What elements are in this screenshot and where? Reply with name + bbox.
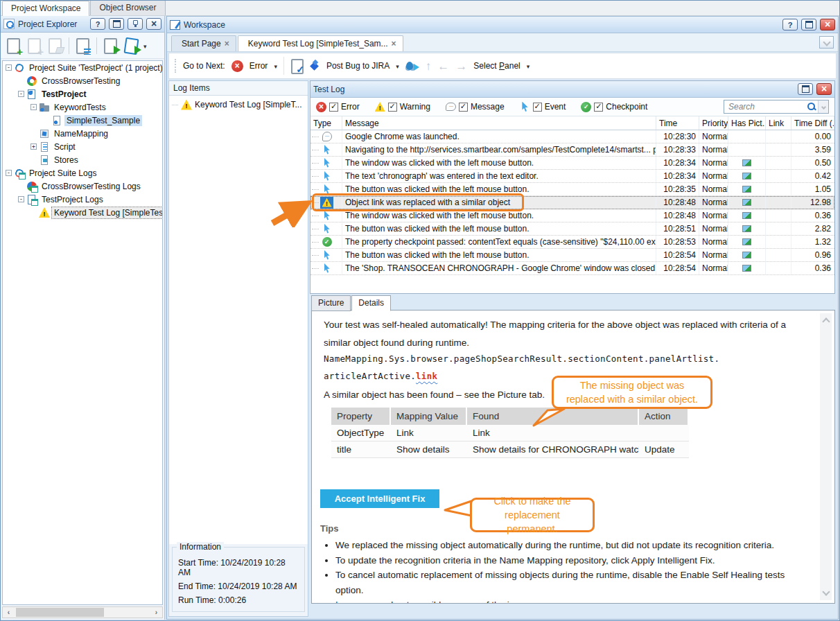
test-log-panel: Test Log Error — [310, 80, 835, 294]
tree-horizontal-scrollbar[interactable]: ‹ › — [2, 606, 163, 618]
toolbar-grip[interactable] — [175, 59, 176, 73]
add-new-item-button[interactable] — [5, 37, 22, 55]
log-row[interactable]: The button was clicked with the left mou… — [310, 222, 834, 236]
log-row[interactable]: The button was clicked with the left mou… — [310, 183, 834, 196]
log-row[interactable]: Navigating to the http://services.smartb… — [310, 143, 834, 157]
tab-close-icon[interactable] — [392, 39, 396, 49]
document-tab[interactable]: Object Browser — [90, 0, 165, 15]
help-button[interactable] — [90, 18, 105, 30]
nav-up-button[interactable]: ↑ — [426, 60, 432, 72]
open-item-button[interactable] — [46, 37, 64, 55]
run-project-button[interactable] — [102, 37, 119, 55]
run-options-caret[interactable] — [143, 41, 147, 51]
action-cell[interactable] — [639, 425, 689, 441]
log-column-header[interactable]: Time — [656, 116, 699, 130]
scroll-right-icon[interactable]: › — [150, 607, 162, 618]
tree-item[interactable]: - TestProject Logs — [3, 193, 162, 206]
scroll-left-icon[interactable]: ‹ — [3, 607, 15, 618]
restore-button[interactable] — [109, 18, 124, 30]
workspace-tab[interactable]: Keyword Test Log [SimpleTest_Sam... — [238, 35, 403, 51]
filter-toggle[interactable]: Checkpoint — [581, 102, 647, 112]
create-issue-icon[interactable] — [290, 59, 303, 73]
restore-button[interactable] — [798, 83, 813, 95]
go-to-next-error-dropdown[interactable]: Error — [250, 61, 268, 71]
tree-item[interactable]: - Project Suite Logs — [3, 166, 162, 180]
restore-button[interactable] — [801, 19, 816, 30]
close-button[interactable] — [146, 18, 161, 30]
dropdown-caret[interactable] — [274, 61, 277, 71]
action-cell[interactable]: Update — [639, 441, 689, 457]
tree-item[interactable]: NameMapping — [3, 127, 162, 140]
filter-toggle[interactable]: Error — [316, 102, 360, 112]
tree-item[interactable]: Stores — [3, 153, 162, 166]
report-bug-icon[interactable] — [405, 60, 419, 71]
log-row[interactable]: The property checkpoint passed: contentT… — [310, 236, 834, 249]
tab-close-icon[interactable] — [225, 39, 229, 49]
close-button[interactable] — [816, 83, 832, 95]
log-column-header[interactable]: Link — [766, 116, 791, 130]
filter-checkbox[interactable] — [459, 103, 468, 112]
tree-expander[interactable]: - — [6, 64, 12, 71]
run-project-suite-button[interactable] — [123, 37, 140, 55]
filter-checkbox[interactable] — [329, 103, 338, 112]
log-column-header[interactable]: Message — [342, 116, 656, 130]
search-input[interactable] — [728, 102, 807, 112]
tree-item[interactable]: - Project Suite 'TestProject' (1 project… — [3, 61, 162, 74]
nav-back-button[interactable]: ← — [437, 60, 449, 72]
dropdown-caret[interactable] — [396, 61, 399, 71]
tree-item[interactable]: + Script — [3, 140, 162, 153]
filter-toggle[interactable]: Warning — [375, 102, 430, 112]
filter-toggle[interactable]: Message — [446, 102, 505, 112]
log-column-header[interactable]: Has Pict... — [728, 116, 766, 130]
log-row[interactable]: The window was clicked with the left mou… — [310, 209, 834, 222]
search-options-caret[interactable] — [818, 100, 828, 113]
filter-toggle[interactable]: Event — [520, 102, 566, 112]
help-button[interactable] — [782, 19, 798, 30]
tree-expander[interactable]: - — [18, 196, 24, 202]
tree-expander[interactable]: - — [30, 104, 37, 110]
log-row[interactable]: The 'Shop. TRANSOCEAN CHRONOGRAPH - Goog… — [310, 262, 834, 275]
filter-checkbox[interactable] — [594, 103, 603, 112]
log-column-header[interactable]: Time Diff (... — [791, 116, 834, 130]
add-existing-item-button[interactable] — [26, 37, 43, 55]
details-scrollbar[interactable] — [820, 313, 832, 600]
organize-items-button[interactable] — [74, 37, 91, 55]
post-bug-to-jira-dropdown[interactable]: Post Bug to JIRA — [326, 61, 390, 71]
tree-item[interactable]: SimpleTest_Sample — [3, 114, 162, 127]
tree-item[interactable]: Keyword Test Log [SimpleTest_S — [3, 206, 162, 219]
detail-tab[interactable]: Details — [351, 295, 391, 311]
nav-forward-button[interactable]: → — [455, 60, 467, 72]
log-row[interactable]: The window was clicked with the left mou… — [310, 157, 834, 170]
mapping-link[interactable]: link — [416, 371, 437, 381]
log-row[interactable]: Google Chrome was launched. 10:28:30 Nor… — [310, 130, 834, 143]
close-button[interactable] — [820, 19, 835, 30]
log-row[interactable]: Object link was replaced with a similar … — [310, 196, 834, 209]
scroll-up-icon[interactable] — [822, 317, 830, 325]
document-tab[interactable]: Project Workspace — [2, 1, 89, 16]
filter-checkbox[interactable] — [533, 103, 542, 112]
select-panel-dropdown[interactable]: Select Panel — [473, 61, 520, 71]
workspace-tab[interactable]: Start Page — [171, 35, 236, 51]
tree-item[interactable]: - KeywordTests — [3, 100, 162, 114]
scroll-down-icon[interactable] — [822, 588, 830, 595]
tree-expander[interactable]: - — [18, 91, 24, 97]
log-column-header[interactable]: Priority — [699, 116, 728, 130]
learn-more-link[interactable]: Learn more — [335, 600, 383, 604]
tree-item[interactable]: CrossBrowserTesting Logs — [3, 180, 162, 193]
scrollbar-thumb[interactable] — [16, 608, 104, 617]
log-row[interactable]: The button was clicked with the left mou… — [310, 249, 834, 262]
log-item[interactable]: Keyword Test Log [SimpleT... — [169, 98, 308, 111]
detail-tab[interactable]: Picture — [311, 295, 351, 311]
log-row[interactable]: The text 'chronograph' was entered in th… — [310, 170, 834, 183]
log-column-header[interactable]: Type — [310, 116, 342, 130]
search-icon[interactable] — [807, 102, 816, 112]
pin-button[interactable] — [128, 18, 143, 30]
tab-overflow-button[interactable] — [819, 36, 834, 49]
tree-expander[interactable]: + — [30, 143, 37, 150]
filter-checkbox[interactable] — [388, 103, 397, 112]
tree-item[interactable]: - TestProject — [3, 87, 162, 100]
dropdown-caret[interactable] — [527, 61, 530, 71]
tree-item[interactable]: CrossBrowserTesting — [3, 74, 162, 87]
accept-intelligent-fix-button[interactable]: Accept Intelligent Fix — [320, 489, 439, 508]
tree-expander[interactable]: - — [6, 170, 12, 176]
